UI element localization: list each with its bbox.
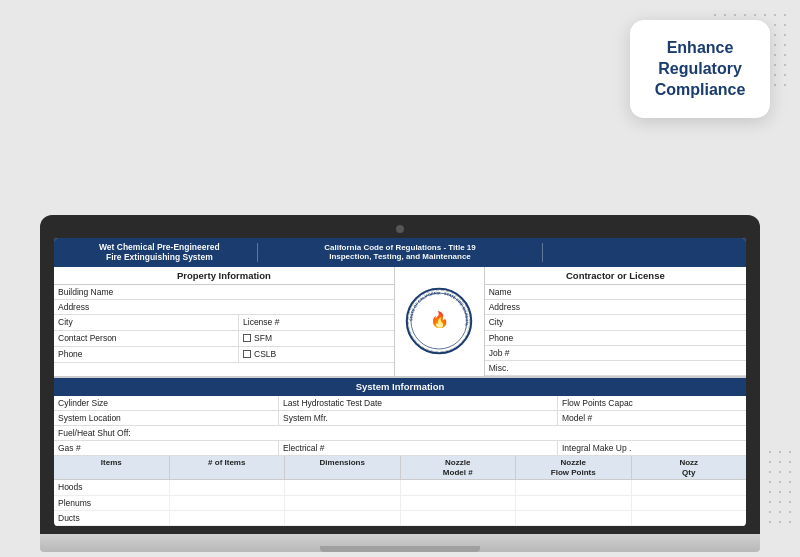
sys-row-1: Cylinder Size Last Hydrostatic Test Date… [54, 396, 746, 411]
cslb-cell: CSLB [239, 347, 394, 362]
td-hoods-model [401, 480, 517, 494]
electrical-cell: Electrical # [279, 441, 558, 455]
misc-cell: Misc. [485, 361, 746, 375]
job-cell: Job # [485, 346, 746, 360]
gas-label: Gas # [58, 443, 81, 453]
td-hoods: Hoods [54, 480, 170, 494]
td-ducts-items [170, 511, 286, 525]
scene: Enhance Regulatory Compliance Wet Chemic… [0, 0, 800, 557]
tooltip-text: Enhance Regulatory Compliance [650, 38, 750, 100]
system-info-section: System Information Cylinder Size Last Hy… [54, 377, 746, 526]
form-container: Wet Chemical Pre-EngineeredFire Extingui… [54, 238, 746, 526]
laptop-screen-outer: Wet Chemical Pre-EngineeredFire Extingui… [40, 215, 760, 534]
fuel-heat-label: Fuel/Heat Shut Off: [58, 428, 131, 438]
phone-left-cell: Phone [54, 347, 239, 362]
city-right-cell: City [485, 315, 746, 329]
form-header-left: Wet Chemical Pre-EngineeredFire Extingui… [62, 242, 257, 262]
address-row: Address [54, 300, 394, 315]
td-ducts: Ducts [54, 511, 170, 525]
cslb-checkbox: CSLB [243, 349, 276, 359]
td-ducts-qty [632, 511, 747, 525]
city-right-label: City [489, 317, 504, 327]
contact-cell: Contact Person [54, 331, 239, 346]
contact-sfm-row: Contact Person SFM [54, 331, 394, 347]
job-row: Job # [485, 346, 746, 361]
th-nozzle-flow: NozzleFlow Points [516, 456, 632, 479]
th-dimensions: Dimensions [285, 456, 401, 479]
last-hydrostatic-cell: Last Hydrostatic Test Date [279, 396, 558, 410]
td-plenums-model [401, 496, 517, 510]
td-hoods-flow [516, 480, 632, 494]
gas-cell: Gas # [54, 441, 279, 455]
property-info-title: Property Information [54, 267, 394, 285]
name-right-label: Name [489, 287, 512, 297]
th-items: Items [54, 456, 170, 479]
th-num-items: # of Items [170, 456, 286, 479]
decorative-dots-bottom-right [765, 447, 795, 527]
form-header: Wet Chemical Pre-EngineeredFire Extingui… [54, 238, 746, 266]
cylinder-size-label: Cylinder Size [58, 398, 108, 408]
system-info-title: System Information [54, 378, 746, 395]
property-info-left: Property Information Building Name Addre… [54, 267, 395, 377]
misc-label: Misc. [489, 363, 509, 373]
td-plenums: Plenums [54, 496, 170, 510]
laptop-camera [396, 225, 404, 233]
property-info-section: Property Information Building Name Addre… [54, 267, 746, 378]
city-right-row: City [485, 315, 746, 330]
th-nozzle-model: NozzleModel # [401, 456, 517, 479]
td-ducts-model [401, 511, 517, 525]
td-hoods-qty [632, 480, 747, 494]
phone-right-cell: Phone [485, 331, 746, 345]
tooltip-card: Enhance Regulatory Compliance [630, 20, 770, 118]
license-cell: License # [239, 315, 394, 329]
td-plenums-qty [632, 496, 747, 510]
td-plenums-dims [285, 496, 401, 510]
td-ducts-flow [516, 511, 632, 525]
system-location-label: System Location [58, 413, 121, 423]
tooltip-line3: Compliance [655, 81, 746, 98]
phone-left-label: Phone [58, 349, 83, 359]
form-header-center: California Code of Regulations - Title 1… [257, 243, 544, 262]
sfm-label: SFM [254, 333, 272, 343]
laptop-screen: Wet Chemical Pre-EngineeredFire Extingui… [54, 238, 746, 526]
model-cell: Model # [558, 411, 746, 425]
building-name-cell: Building Name [54, 285, 394, 299]
sfm-cell: SFM [239, 331, 394, 346]
contact-label: Contact Person [58, 333, 117, 343]
system-mfr-label: System Mfr. [283, 413, 328, 423]
city-cell: City [54, 315, 239, 329]
flow-points-cell: Flow Points Capac [558, 396, 746, 410]
seal-center: STATE OF CALIFORNIA · STATE FIRE MARSHAL… [395, 267, 485, 377]
items-row-ducts: Ducts [54, 511, 746, 526]
california-seal: STATE OF CALIFORNIA · STATE FIRE MARSHAL… [404, 286, 474, 356]
phone-right-row: Phone [485, 331, 746, 346]
td-hoods-items [170, 480, 286, 494]
phone-right-label: Phone [489, 333, 514, 343]
tooltip-line2: Regulatory [658, 60, 742, 77]
name-right-cell: Name [485, 285, 746, 299]
td-ducts-dims [285, 511, 401, 525]
integral-cell: Integral Make Up . [558, 441, 746, 455]
items-table-header: Items # of Items Dimensions NozzleModel … [54, 456, 746, 480]
flow-points-label: Flow Points Capac [562, 398, 633, 408]
sys-row-2: System Location System Mfr. Model # [54, 411, 746, 426]
contractor-section: Contractor or License Name Address [485, 267, 746, 377]
last-hydrostatic-label: Last Hydrostatic Test Date [283, 398, 382, 408]
tooltip-line1: Enhance [667, 39, 734, 56]
contractor-title: Contractor or License [485, 267, 746, 285]
city-label: City [58, 317, 73, 327]
sfm-checkbox: SFM [243, 333, 272, 343]
laptop: Wet Chemical Pre-EngineeredFire Extingui… [40, 215, 760, 552]
items-row-plenums: Plenums [54, 496, 746, 511]
td-plenums-items [170, 496, 286, 510]
job-label: Job # [489, 348, 510, 358]
address-right-row: Address [485, 300, 746, 315]
city-license-row: City License # [54, 315, 394, 330]
td-hoods-dims [285, 480, 401, 494]
model-label: Model # [562, 413, 592, 423]
integral-label: Integral Make Up . [562, 443, 631, 453]
address-right-label: Address [489, 302, 520, 312]
sys-row-4: Gas # Electrical # Integral Make Up . [54, 441, 746, 456]
fuel-heat-cell: Fuel/Heat Shut Off: [54, 426, 746, 440]
items-row-hoods: Hoods [54, 480, 746, 495]
